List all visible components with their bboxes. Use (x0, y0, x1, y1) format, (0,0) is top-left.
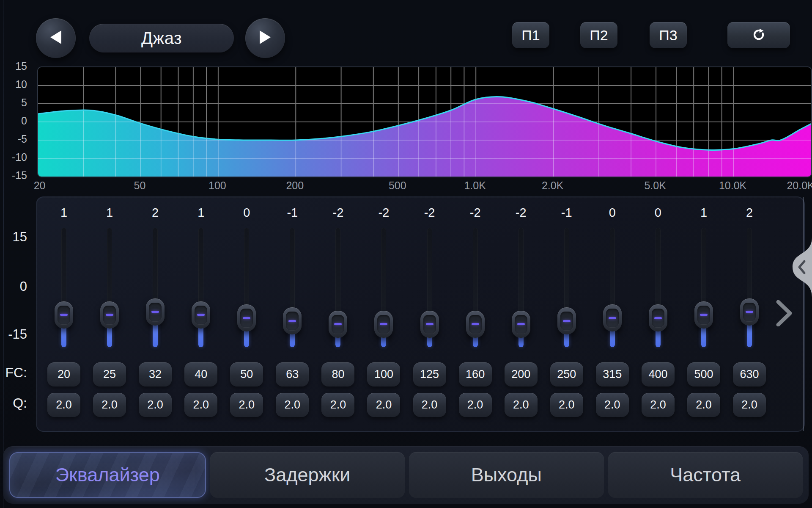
band-q-button[interactable]: 2.0 (413, 393, 446, 417)
chevron-right-icon (776, 300, 793, 326)
eq-band-column: -2 80 2.0 (321, 197, 355, 431)
band-gain-slider[interactable] (93, 228, 126, 347)
slider-thumb[interactable] (55, 301, 73, 329)
band-fc-button[interactable]: 125 (413, 362, 446, 387)
band-fc-button[interactable]: 80 (321, 362, 354, 387)
band-q-button[interactable]: 2.0 (459, 393, 492, 417)
band-fc-button[interactable]: 63 (276, 362, 309, 387)
band-gain-slider[interactable] (184, 228, 218, 347)
slider-thumb-dash (243, 317, 250, 319)
band-gain-value: 0 (595, 206, 629, 220)
slider-thumb-inner (286, 312, 299, 330)
slider-thumb[interactable] (329, 311, 347, 338)
band-q-button[interactable]: 2.0 (139, 393, 172, 417)
eq-band-column: 1 500 2.0 (687, 197, 721, 431)
eq-band-column: -1 250 2.0 (550, 197, 584, 431)
band-fc-button[interactable]: 32 (139, 362, 172, 387)
band-fc-button[interactable]: 200 (505, 362, 538, 387)
eq-band-column: 2 32 2.0 (138, 197, 172, 431)
band-fc-button[interactable]: 160 (459, 362, 492, 387)
memory-button-p1[interactable]: П1 (512, 22, 549, 48)
slider-thumb-inner (652, 309, 664, 327)
slider-thumb[interactable] (557, 307, 576, 334)
tab-outputs[interactable]: Выходы (409, 452, 604, 498)
tab-label: Эквалайзер (55, 464, 160, 486)
refresh-icon (751, 27, 766, 44)
band-q-button[interactable]: 2.0 (596, 393, 629, 417)
slider-thumb[interactable] (649, 304, 667, 331)
slider-thumb-inner (240, 309, 253, 327)
band-q-button[interactable]: 2.0 (733, 393, 766, 417)
slider-thumb[interactable] (694, 301, 713, 329)
band-gain-slider[interactable] (687, 228, 721, 347)
slider-thumb[interactable] (466, 311, 485, 338)
band-gain-slider[interactable] (47, 228, 81, 347)
tab-equalizer[interactable]: Эквалайзер (9, 452, 206, 498)
band-q-button[interactable]: 2.0 (276, 393, 309, 417)
band-gain-slider[interactable] (275, 228, 309, 347)
slider-thumb[interactable] (512, 311, 530, 338)
band-fc-button[interactable]: 250 (550, 362, 583, 387)
band-q-button[interactable]: 2.0 (321, 393, 354, 417)
band-fc-button[interactable]: 40 (184, 362, 217, 387)
band-fc-button[interactable]: 100 (367, 362, 400, 387)
slider-thumb[interactable] (603, 304, 622, 331)
band-q-button[interactable]: 2.0 (93, 393, 126, 417)
equalizer-screen: Джаз П1 П2 П3 (0, 0, 812, 508)
band-q-button[interactable]: 2.0 (47, 393, 80, 417)
band-q-button[interactable]: 2.0 (367, 393, 400, 417)
band-q-button[interactable]: 2.0 (642, 393, 675, 417)
band-gain-slider[interactable] (732, 228, 766, 347)
memory-button-p2[interactable]: П2 (580, 22, 617, 48)
preset-selector[interactable]: Джаз (89, 24, 234, 52)
band-fc-button[interactable]: 630 (733, 362, 766, 387)
band-q-button[interactable]: 2.0 (687, 393, 720, 417)
band-q-button[interactable]: 2.0 (230, 393, 263, 417)
slider-thumb[interactable] (374, 311, 393, 338)
slider-thumb[interactable] (420, 311, 439, 338)
band-q-button[interactable]: 2.0 (550, 393, 583, 417)
band-gain-slider[interactable] (321, 228, 355, 347)
band-fc-button[interactable]: 20 (47, 362, 80, 387)
eq-band-column: -2 200 2.0 (504, 197, 538, 431)
band-q-button[interactable]: 2.0 (184, 393, 217, 417)
eq-band-column: 0 50 2.0 (230, 197, 263, 431)
band-fc-button[interactable]: 50 (230, 362, 263, 387)
slider-thumb[interactable] (237, 304, 256, 331)
band-gain-slider[interactable] (367, 228, 401, 347)
side-panel-collapse-handle[interactable] (789, 237, 812, 297)
band-gain-slider[interactable] (504, 228, 538, 347)
next-bands-button[interactable] (774, 300, 794, 327)
eq-band-column: -2 100 2.0 (367, 197, 401, 431)
slider-thumb[interactable] (192, 301, 210, 329)
band-fc-button[interactable]: 25 (93, 362, 126, 387)
band-gain-slider[interactable] (138, 228, 172, 347)
band-gain-slider[interactable] (641, 228, 675, 347)
slider-thumb[interactable] (740, 298, 759, 326)
slider-thumb[interactable] (100, 301, 119, 329)
band-gain-slider[interactable] (230, 228, 263, 347)
band-gain-slider[interactable] (413, 228, 447, 347)
band-gain-slider[interactable] (550, 228, 584, 347)
memory-button-label: П1 (521, 27, 540, 44)
tab-frequency[interactable]: Частота (608, 452, 803, 498)
band-fc-button[interactable]: 400 (642, 362, 675, 387)
band-fc-button[interactable]: 315 (596, 362, 629, 387)
preset-prev-button[interactable] (36, 18, 76, 58)
band-fc-button[interactable]: 500 (687, 362, 720, 387)
x-axis-tick-label: 200 (286, 179, 304, 192)
band-q-button[interactable]: 2.0 (505, 393, 538, 417)
reset-button[interactable] (727, 22, 790, 48)
response-curve-area (38, 67, 811, 177)
memory-button-p3[interactable]: П3 (650, 22, 687, 48)
band-gain-slider[interactable] (458, 228, 492, 347)
slider-thumb[interactable] (146, 298, 165, 326)
band-gain-value: -2 (504, 206, 538, 220)
preset-next-button[interactable] (245, 18, 285, 58)
band-gain-slider[interactable] (595, 228, 629, 347)
tab-delays[interactable]: Задержки (210, 452, 405, 498)
band-gain-value: -2 (413, 206, 447, 220)
eq-band-column: 2 630 2.0 (732, 197, 766, 431)
slider-thumb[interactable] (283, 307, 302, 334)
slider-thumb-inner (332, 315, 344, 334)
